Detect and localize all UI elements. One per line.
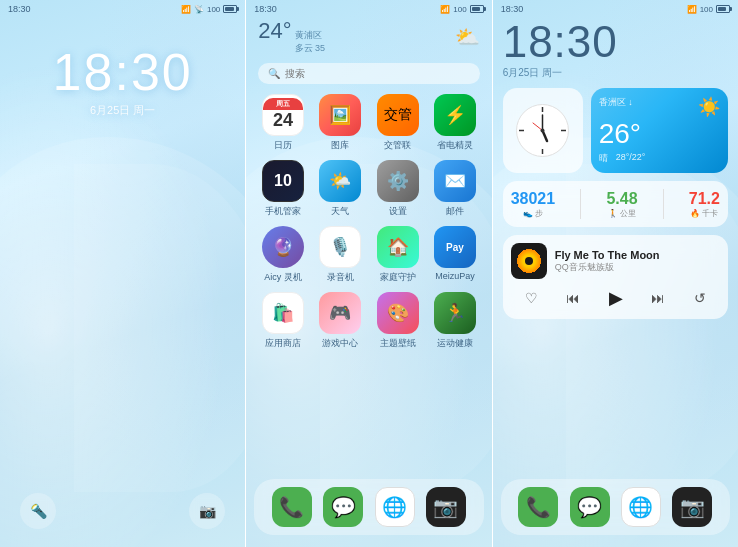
music-prev-btn[interactable]: ⏮ <box>566 290 580 306</box>
weather-info: 24° 黄浦区 多云 35 <box>258 18 325 55</box>
widget-weather[interactable]: 香洲区 ↓ ☀️ 26° 晴 28°/22° <box>591 88 728 173</box>
dock-camera[interactable]: 📷 <box>426 487 466 527</box>
weather-widget-desc: 晴 <box>599 152 608 165</box>
app-item-traffic[interactable]: 交管 交管联 <box>371 94 424 152</box>
battery-icon-1 <box>223 5 237 13</box>
guard-icon: ⚡ <box>434 94 476 136</box>
status-bar-1: 18:30 📶 📡 100 <box>0 0 245 16</box>
music-album-art <box>511 243 547 279</box>
app-item-guard[interactable]: ⚡ 省电精灵 <box>428 94 481 152</box>
app-label-guard: 省电精灵 <box>437 139 473 152</box>
music-heart-btn[interactable]: ♡ <box>525 290 538 306</box>
dock-bar-3: 📞 💬 🌐 📷 <box>501 479 730 535</box>
status-icons-2: 📶 100 <box>440 5 483 14</box>
app-label-manager: 手机管家 <box>265 205 301 218</box>
camera-icon: 📷 <box>199 503 216 519</box>
signal-icon-1: 📡 <box>194 5 204 14</box>
app-label-sports: 运动健康 <box>437 337 473 350</box>
wifi-icon-2: 📶 <box>440 5 450 14</box>
calories-value: 71.2 <box>689 190 720 208</box>
app-label-calendar: 日历 <box>274 139 292 152</box>
music-title: Fly Me To The Moon <box>555 249 720 261</box>
music-controls: ♡ ⏮ ▶ ⏭ ↺ <box>511 285 720 311</box>
distance-icon: 🚶 <box>608 209 618 218</box>
flashlight-button[interactable]: 🔦 <box>20 493 56 529</box>
status-bar-2: 18:30 📶 100 <box>246 0 491 16</box>
app-item-aicy[interactable]: 🔮 Aicy 灵机 <box>256 226 309 284</box>
dock-phone-3[interactable]: 📞 <box>518 487 558 527</box>
lock-date: 6月25日 周一 <box>0 103 245 118</box>
app-item-settings[interactable]: ⚙️ 设置 <box>371 160 424 218</box>
clock-svg <box>515 103 570 158</box>
weather-location: 黄浦区 <box>295 29 326 42</box>
battery-text-1: 100 <box>207 5 220 14</box>
traffic-icon: 交管 <box>377 94 419 136</box>
app-label-recorder: 录音机 <box>327 271 354 284</box>
steps-icon: 👟 <box>523 209 533 218</box>
app-grid: 周五 24 日历 🖼️ 图库 交管 交管联 ⚡ 省电精灵 10 手机管家 🌤️ … <box>246 88 491 356</box>
battery-text-3: 100 <box>700 5 713 14</box>
widget-steps[interactable]: 38021 👟 步 5.48 🚶 公里 71.2 🔥 千卡 <box>503 181 728 227</box>
app-item-gallery[interactable]: 🖼️ 图库 <box>314 94 367 152</box>
steps-value: 38021 <box>511 190 556 208</box>
battery-icon-3 <box>716 5 730 13</box>
manager-icon: 10 <box>262 160 304 202</box>
dock-camera-3[interactable]: 📷 <box>672 487 712 527</box>
lock-time-container: 18:30 6月25日 周一 <box>0 46 245 118</box>
widget-screen: 18:30 📶 100 18:30 6月25日 周一 <box>492 0 738 547</box>
status-icons-3: 📶 100 <box>687 5 730 14</box>
music-track-row: Fly Me To The Moon QQ音乐魅族版 <box>511 243 720 279</box>
lock-bottom-bar: 🔦 📷 <box>0 493 245 529</box>
music-repeat-btn[interactable]: ↺ <box>694 290 706 306</box>
app-item-family[interactable]: 🏠 家庭守护 <box>371 226 424 284</box>
steps-label: 👟 步 <box>511 208 556 219</box>
distance-value: 5.48 <box>606 190 637 208</box>
music-next-btn[interactable]: ⏭ <box>651 290 665 306</box>
weather-widget-range: 28°/22° <box>616 152 646 165</box>
app-item-calendar[interactable]: 周五 24 日历 <box>256 94 309 152</box>
status-bar-3: 18:30 📶 100 <box>493 0 738 16</box>
mail-icon: ✉️ <box>434 160 476 202</box>
app-label-meizupay: MeizuPay <box>435 271 475 281</box>
app-label-aicy: Aicy 灵机 <box>264 271 302 284</box>
app-item-shop[interactable]: 🛍️ 应用商店 <box>256 292 309 350</box>
app-item-game[interactable]: 🎮 游戏中心 <box>314 292 367 350</box>
app-label-family: 家庭守护 <box>380 271 416 284</box>
widgets-container: 18:30 6月25日 周一 <box>493 16 738 323</box>
camera-quick-button[interactable]: 📷 <box>189 493 225 529</box>
search-bar[interactable]: 🔍 <box>258 63 479 84</box>
home-screen: 18:30 📶 100 24° 黄浦区 多云 35 ⛅ 🔍 周五 <box>245 0 491 547</box>
app-item-mail[interactable]: ✉️ 邮件 <box>428 160 481 218</box>
distance-stat: 5.48 🚶 公里 <box>606 190 637 219</box>
app-label-settings: 设置 <box>389 205 407 218</box>
app-item-weather[interactable]: 🌤️ 天气 <box>314 160 367 218</box>
app-label-traffic: 交管联 <box>384 139 411 152</box>
app-item-recorder[interactable]: 🎙️ 录音机 <box>314 226 367 284</box>
app-item-theme[interactable]: 🎨 主题壁纸 <box>371 292 424 350</box>
weather-header: 香洲区 ↓ ☀️ <box>599 96 720 118</box>
widget-music[interactable]: Fly Me To The Moon QQ音乐魅族版 ♡ ⏮ ▶ ⏭ ↺ <box>503 235 728 319</box>
app-label-gallery: 图库 <box>331 139 349 152</box>
app-item-sports[interactable]: 🏃 运动健康 <box>428 292 481 350</box>
search-input[interactable] <box>285 68 469 79</box>
weather-bar: 24° 黄浦区 多云 35 ⛅ <box>246 16 491 59</box>
app-item-meizupay[interactable]: Pay MeizuPay <box>428 226 481 284</box>
dock-bar-2: 📞 💬 🌐 📷 <box>254 479 483 535</box>
calories-label: 🔥 千卡 <box>689 208 720 219</box>
lock-clock: 18:30 <box>0 46 245 98</box>
steps-stat: 38021 👟 步 <box>511 190 556 219</box>
meizupay-icon: Pay <box>434 226 476 268</box>
dock-browser-3[interactable]: 🌐 <box>621 487 661 527</box>
gallery-icon: 🖼️ <box>319 94 361 136</box>
svg-point-8 <box>541 129 545 133</box>
widget-analog-clock[interactable] <box>503 88 583 173</box>
music-play-btn[interactable]: ▶ <box>609 287 623 309</box>
stat-divider-1 <box>580 189 581 219</box>
aicy-icon: 🔮 <box>262 226 304 268</box>
dock-messages[interactable]: 💬 <box>323 487 363 527</box>
dock-phone[interactable]: 📞 <box>272 487 312 527</box>
app-item-manager[interactable]: 10 手机管家 <box>256 160 309 218</box>
weather-app-icon: 🌤️ <box>319 160 361 202</box>
dock-browser[interactable]: 🌐 <box>375 487 415 527</box>
dock-messages-3[interactable]: 💬 <box>570 487 610 527</box>
